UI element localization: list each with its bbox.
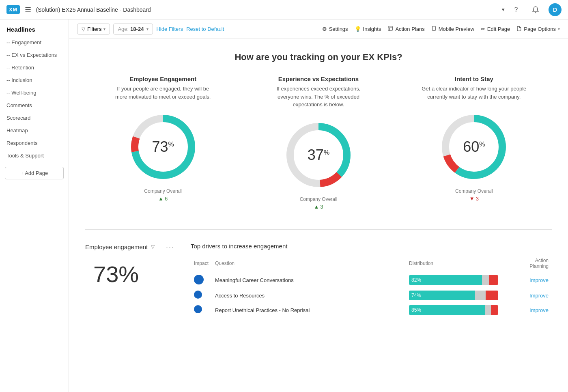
distribution-cell-3: 85% — [406, 303, 511, 317]
col-action-planning: ActionPlanning — [511, 256, 552, 272]
settings-button[interactable]: ⚙ Settings — [322, 26, 348, 32]
kpi-section-title: How are you tracking on your EX KPIs? — [85, 52, 552, 62]
engagement-percent-value: 73% — [85, 261, 174, 287]
sidebar-item-heatmap[interactable]: Heatmap — [0, 124, 69, 137]
col-impact: Impact — [191, 256, 212, 272]
action-plans-label: Action Plans — [395, 26, 424, 32]
reset-default-link[interactable]: Reset to Default — [186, 26, 224, 32]
engagement-more-button[interactable]: ··· — [166, 243, 174, 251]
sidebar-item-ex-expectations[interactable]: -- EX vs Expectations — [0, 49, 69, 61]
page-layout: Headlines -- Engagement -- EX vs Expecta… — [0, 19, 568, 392]
sidebar-item-scorecard[interactable]: Scorecard — [0, 112, 69, 124]
settings-label: Settings — [329, 26, 348, 32]
section-divider — [85, 229, 552, 230]
mobile-icon — [431, 26, 437, 32]
filters-button[interactable]: ▽ Filters ▾ — [77, 24, 110, 34]
kpi-donut-1: 73% — [127, 110, 200, 183]
svg-rect-0 — [388, 26, 393, 31]
page-options-icon — [516, 26, 522, 32]
kpi-donut-2: 37% — [282, 118, 355, 192]
impact-dot-2 — [194, 291, 202, 299]
toolbar-right: ⚙ Settings 💡 Insights Action Plans — [322, 26, 560, 32]
improve-link-2[interactable]: Improve — [529, 293, 549, 299]
kpi-card-2-desc: If experiences exceed expectations, ever… — [266, 85, 371, 109]
col-distribution: Distribution — [406, 256, 511, 272]
table-row: Report Unethical Practices - No Reprisal… — [191, 303, 552, 317]
kpi-delta-3: ▼ 3 — [396, 196, 552, 202]
action-plans-button[interactable]: Action Plans — [387, 26, 424, 32]
edit-page-label: Edit Page — [487, 26, 510, 32]
question-text-2: Access to Resources — [215, 293, 265, 299]
engagement-section-title: Employee engagement — [85, 243, 148, 250]
kpi-card-3-desc: Get a clear indicator of how long your p… — [421, 85, 527, 101]
sidebar-item-engagement[interactable]: -- Engagement — [0, 36, 69, 49]
sidebar-item-comments[interactable]: Comments — [0, 99, 69, 112]
action-cell-2: Improve — [511, 288, 552, 303]
kpi-cards: Employee Engagement If your people are e… — [85, 75, 552, 210]
page-options-button[interactable]: Page Options ▾ — [516, 26, 560, 32]
kpi-value-3: 60% — [463, 138, 485, 155]
nav-right-actions: ? D — [510, 3, 562, 16]
settings-icon: ⚙ — [322, 26, 327, 32]
dist-bar-wrap-1: 82% — [409, 275, 508, 285]
kpi-sublabel-2: Company Overall — [241, 196, 396, 202]
dist-bar-wrap-3: 85% — [409, 305, 508, 315]
improve-link-1[interactable]: Improve — [529, 277, 549, 283]
sidebar-item-inclusion[interactable]: -- Inclusion — [0, 74, 69, 86]
kpi-delta-2: ▲ 3 — [241, 204, 396, 210]
notifications-button[interactable] — [529, 3, 542, 16]
page-options-chevron: ▾ — [558, 27, 560, 31]
filter-icon: ▽ — [82, 26, 85, 32]
add-page-button[interactable]: + Add Page — [5, 167, 64, 179]
delta-arrow-2: ▲ — [314, 204, 319, 210]
top-navigation: XM ☰ (Solution) EX25 Annual Baseline - D… — [0, 0, 568, 19]
kpi-donut-3: 60% — [437, 110, 510, 183]
engagement-filter-icon[interactable]: ▽ — [151, 244, 155, 250]
improve-link-3[interactable]: Improve — [529, 307, 549, 313]
hamburger-icon[interactable]: ☰ — [25, 5, 31, 14]
sidebar-item-wellbeing[interactable]: -- Well-being — [0, 86, 69, 99]
kpi-value-2: 37% — [308, 146, 329, 164]
age-value: 18-24 — [130, 26, 144, 32]
kpi-sublabel-3: Company Overall — [396, 188, 552, 194]
sidebar-item-respondents[interactable]: Respondents — [0, 137, 69, 149]
kpi-sublabel-1: Company Overall — [85, 188, 241, 194]
action-cell-1: Improve — [511, 272, 552, 288]
kpi-card-engagement: Employee Engagement If your people are e… — [85, 75, 241, 202]
insights-icon: 💡 — [355, 26, 361, 32]
dist-teal-pct-3: 85% — [411, 307, 421, 313]
insights-button[interactable]: 💡 Insights — [355, 26, 381, 32]
kpi-card-1-title: Employee Engagement — [85, 75, 241, 82]
mobile-preview-button[interactable]: Mobile Preview — [431, 26, 474, 32]
question-cell-1: Meaningful Career Conversations — [212, 272, 406, 288]
age-filter[interactable]: Age: 18-24 ▾ — [113, 24, 153, 34]
engagement-metric: Employee engagement ▽ ··· 73% — [85, 243, 174, 317]
engagement-title-row: Employee engagement ▽ ··· — [85, 243, 174, 251]
action-cell-3: Improve — [511, 303, 552, 317]
impact-cell-2 — [191, 288, 212, 303]
delta-value-1: 6 — [165, 196, 168, 202]
drivers-table: Impact Question Distribution ActionPlann… — [191, 256, 552, 317]
hide-filters-link[interactable]: Hide Filters — [156, 26, 183, 32]
svg-rect-1 — [432, 26, 435, 31]
drivers-title: Top drivers to increase engagement — [191, 243, 552, 250]
insights-label: Insights — [363, 26, 381, 32]
age-chevron: ▾ — [146, 27, 148, 31]
kpi-card-2-title: Experience vs Expectations — [241, 75, 396, 82]
nav-title: (Solution) EX25 Annual Baseline - Dashbo… — [36, 6, 497, 13]
question-cell-2: Access to Resources — [212, 288, 406, 303]
impact-cell-3 — [191, 303, 212, 317]
toolbar-left: ▽ Filters ▾ Age: 18-24 ▾ Hide Filters Re… — [77, 24, 316, 34]
question-text-1: Meaningful Career Conversations — [215, 277, 294, 283]
help-button[interactable]: ? — [510, 3, 523, 16]
sidebar-item-retention[interactable]: -- Retention — [0, 61, 69, 74]
impact-dot-3 — [194, 305, 202, 313]
toolbar: ▽ Filters ▾ Age: 18-24 ▾ Hide Filters Re… — [69, 19, 568, 39]
sidebar-item-tools-support[interactable]: Tools & Support — [0, 149, 69, 162]
xm-logo[interactable]: XM — [6, 5, 20, 14]
edit-page-button[interactable]: ✏ Edit Page — [481, 26, 510, 32]
user-avatar[interactable]: D — [549, 3, 562, 16]
nav-title-arrow[interactable]: ▾ — [502, 6, 505, 13]
delta-value-3: 3 — [476, 196, 479, 202]
dist-teal-pct-1: 82% — [411, 277, 421, 283]
